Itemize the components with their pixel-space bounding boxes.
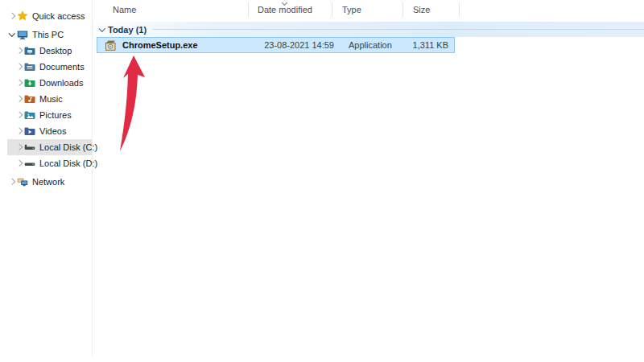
column-separator[interactable] — [248, 2, 249, 17]
sidebar-item-downloads[interactable]: Downloads — [7, 75, 92, 91]
sidebar-item-label: Downloads — [39, 78, 83, 88]
chevron-down-icon[interactable] — [97, 27, 106, 32]
group-header-today[interactable]: Today (1) — [93, 22, 644, 37]
chevron-right-icon[interactable] — [14, 48, 24, 53]
sort-indicator-icon[interactable] — [280, 1, 288, 6]
column-separator[interactable] — [332, 2, 332, 17]
sidebar-item-label: Desktop — [39, 46, 72, 56]
sidebar-item-label: Documents — [39, 62, 85, 72]
group-header-label: Today (1) — [108, 25, 147, 35]
sidebar-item-quick-access[interactable]: Quick access — [7, 8, 92, 24]
sidebar-item-desktop[interactable]: Desktop — [7, 43, 92, 59]
chevron-right-icon[interactable] — [7, 179, 17, 184]
file-row-chromesetup[interactable]: ChromeSetup.exe 23-08-2021 14:59 Applica… — [97, 37, 455, 53]
downloads-folder-icon — [24, 77, 35, 88]
sidebar-item-label: Local Disk (C:) — [39, 142, 97, 152]
annotation-arrow-icon — [118, 56, 148, 154]
file-type: Application — [349, 40, 392, 50]
chevron-right-icon[interactable] — [7, 14, 17, 19]
sidebar-item-label: Network — [32, 177, 64, 187]
column-separator[interactable] — [402, 2, 403, 17]
file-list-pane: Name Date modified Type Size Today (1) C… — [93, 0, 644, 362]
sidebar-item-label: Local Disk (D:) — [39, 158, 97, 168]
sidebar-item-documents[interactable]: Documents — [7, 59, 92, 75]
sidebar-item-local-disk-c[interactable]: Local Disk (C:) — [7, 139, 92, 155]
sidebar-item-pictures[interactable]: Pictures — [7, 107, 92, 123]
chevron-right-icon[interactable] — [14, 129, 24, 134]
sidebar-item-network[interactable]: Network — [7, 174, 92, 190]
sidebar-item-local-disk-d[interactable]: Local Disk (D:) — [7, 155, 92, 171]
column-header-name[interactable]: Name — [113, 5, 136, 14]
desktop-folder-icon — [24, 45, 35, 56]
drive-icon — [24, 142, 35, 153]
videos-folder-icon — [24, 125, 35, 137]
music-folder-icon — [24, 93, 35, 105]
column-header-date-modified[interactable]: Date modified — [258, 5, 312, 14]
file-size: 1,311 KB — [413, 40, 448, 50]
column-header-type[interactable]: Type — [342, 5, 361, 14]
drive-icon — [24, 158, 35, 169]
sidebar-item-this-pc[interactable]: This PC — [7, 27, 92, 43]
group-header-rule — [153, 29, 644, 30]
sidebar-item-label: Quick access — [32, 11, 85, 21]
chevron-right-icon[interactable] — [14, 80, 24, 85]
monitor-icon — [17, 29, 28, 40]
column-header-size[interactable]: Size — [413, 5, 430, 14]
navigation-pane: Quick access This PC Desktop Documents — [0, 0, 93, 356]
sidebar-item-label: This PC — [32, 30, 64, 39]
documents-folder-icon — [24, 61, 35, 72]
chevron-right-icon[interactable] — [14, 145, 24, 150]
chevron-right-icon[interactable] — [14, 64, 24, 69]
chevron-right-icon[interactable] — [14, 97, 24, 101]
column-separator[interactable] — [459, 2, 460, 17]
chevron-down-icon[interactable] — [7, 32, 17, 37]
sidebar-item-music[interactable]: Music — [7, 91, 92, 107]
pictures-folder-icon — [24, 109, 35, 121]
chevron-right-icon[interactable] — [14, 161, 24, 166]
network-icon — [17, 176, 28, 187]
sidebar-item-label: Pictures — [39, 110, 72, 120]
sidebar-item-videos[interactable]: Videos — [7, 123, 92, 139]
chevron-right-icon[interactable] — [14, 113, 24, 117]
file-date-modified: 23-08-2021 14:59 — [262, 40, 334, 50]
star-icon — [17, 10, 28, 22]
sidebar-item-label: Videos — [39, 126, 66, 136]
file-name: ChromeSetup.exe — [122, 40, 198, 50]
column-header-bar: Name Date modified Type Size — [93, 0, 644, 21]
installer-file-icon — [105, 39, 117, 51]
sidebar-item-label: Music — [39, 94, 63, 104]
